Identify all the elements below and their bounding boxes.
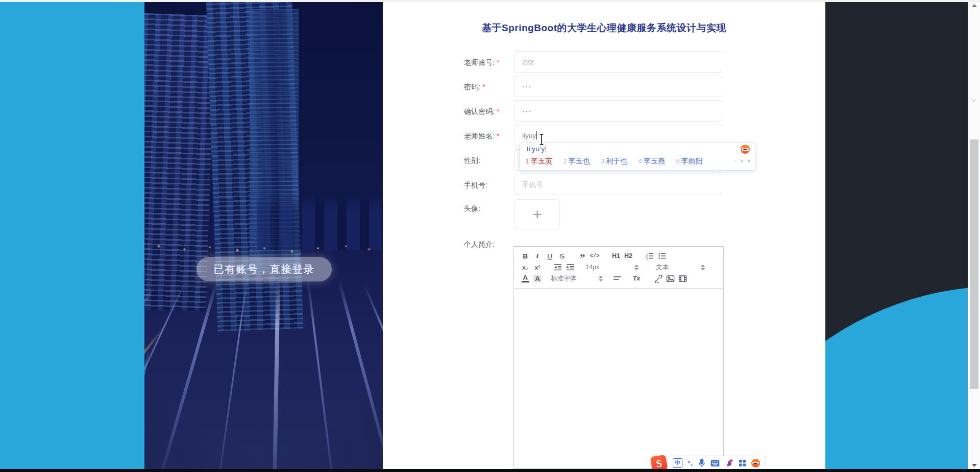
insert-video-icon[interactable] (676, 273, 689, 284)
bio-label: 个人简介: (464, 240, 495, 249)
browser-scrollbar (968, 0, 980, 472)
superscript-button[interactable]: x² (531, 262, 544, 272)
right-dark-panel (825, 0, 968, 472)
confirm-password-masked-value: ··· (522, 107, 532, 115)
avatar-upload-box[interactable]: + (514, 199, 560, 229)
phone-label: 手机号: (464, 181, 487, 190)
ime-candidate[interactable]: 3利于也 (601, 157, 627, 166)
toolbar-row-2: x₂ x² 14px 文本 (519, 262, 719, 273)
account-input[interactable] (514, 51, 722, 73)
ime-candidate[interactable]: 2李玉也 (564, 157, 590, 166)
plus-icon: + (533, 207, 542, 222)
account-label: 老师账号:* (464, 58, 499, 67)
password-input[interactable]: ··· (514, 76, 722, 97)
photo-vignette (144, 0, 383, 472)
bio-editor-content[interactable] (514, 289, 723, 466)
ime-caret (546, 145, 547, 152)
blockquote-icon[interactable]: ” (576, 249, 589, 263)
required-asterisk: * (482, 83, 485, 91)
toolbar-row-1: B I U S ” </> H1 H2 123 (519, 250, 719, 262)
align-icon[interactable] (611, 273, 623, 284)
clear-format-button[interactable]: Tx (630, 273, 643, 284)
punctuation-mode-icon[interactable]: °, (688, 459, 693, 467)
left-accent-bar (0, 0, 144, 472)
ime-prev-page-icon[interactable]: ‹ (734, 157, 736, 164)
header2-button[interactable]: H2 (622, 251, 634, 261)
city-night-photo: 已有账号，直接登录 (144, 0, 383, 472)
top-edge-strip (0, 0, 980, 2)
required-asterisk: * (497, 58, 499, 66)
ime-next-page-icon[interactable]: › (741, 157, 743, 164)
ime-candidate[interactable]: 1李玉英 (526, 157, 552, 166)
header1-button[interactable]: H1 (610, 251, 622, 261)
bottom-edge-strip (0, 469, 980, 472)
avatar-label: 头像: (464, 204, 480, 214)
goto-login-button[interactable]: 已有账号，直接登录 (197, 257, 332, 281)
ime-candidate[interactable]: 4李玉燕 (639, 157, 665, 166)
chevron-down-icon[interactable] (971, 96, 976, 101)
bold-button[interactable]: B (519, 251, 531, 261)
emoji-smiley-icon[interactable] (751, 459, 760, 467)
font-size-picker[interactable]: 14px (585, 264, 639, 271)
teacher-name-label: 老师姓名:* (464, 132, 499, 141)
font-size-value: 14px (585, 264, 599, 271)
background-color-button[interactable]: A (531, 273, 544, 284)
text-caret (536, 131, 537, 139)
sogou-smiley-icon[interactable] (741, 145, 750, 154)
text-style-value: 文本 (656, 263, 669, 272)
confirm-password-input[interactable]: ··· (514, 100, 722, 122)
microphone-icon[interactable] (698, 459, 705, 467)
outdent-icon[interactable] (552, 262, 564, 272)
phone-input[interactable] (514, 174, 722, 195)
toolbox-grid-icon[interactable] (739, 459, 746, 467)
scrollbar-down-arrow[interactable] (972, 464, 977, 467)
confirm-password-label: 确认密码:* (464, 107, 499, 116)
code-block-icon[interactable]: </> (589, 251, 601, 261)
ordered-list-icon[interactable]: 123 (644, 251, 656, 261)
editor-toolbar: B I U S ” </> H1 H2 123 x₂ (514, 247, 723, 289)
text-style-picker[interactable]: 文本 (656, 263, 705, 272)
ime-candidate[interactable]: 5李雨阳 (676, 157, 703, 166)
gender-label: 性别: (464, 156, 480, 166)
font-family-value: 标准字体 (551, 274, 576, 283)
teacher-name-value: liyuy (522, 132, 536, 139)
chevron-updown-icon (634, 265, 639, 270)
toolbar-row-3: A A 标准字体 Tx (519, 273, 719, 284)
subscript-button[interactable]: x₂ (519, 262, 531, 272)
chevron-updown-icon (701, 265, 705, 270)
required-asterisk: * (497, 132, 499, 140)
password-masked-value: ··· (522, 83, 532, 90)
chevron-updown-icon (599, 276, 603, 281)
font-family-picker[interactable]: 标准字体 (551, 274, 603, 283)
soft-keyboard-icon[interactable] (710, 460, 720, 467)
page-title: 基于SpringBoot的大学生心理健康服务系统设计与实现 (383, 21, 825, 35)
sogou-logo-letter: S (655, 457, 663, 469)
chinese-mode-icon[interactable]: 中 (673, 458, 682, 468)
password-label: 密码:* (464, 83, 485, 92)
goto-login-label: 已有账号，直接登录 (214, 263, 315, 276)
ime-candidate-popup: li'yu'y 1李玉英 2李玉也 3利于也 4李玉燕 5李雨阳 ‹ › ˅ (519, 142, 755, 171)
mouse-ibeam-cursor (538, 133, 545, 148)
scrollbar-thumb[interactable] (970, 139, 978, 389)
scrollbar-up-arrow[interactable] (972, 4, 977, 7)
cyan-corner-shape (825, 286, 968, 472)
required-asterisk: * (497, 107, 499, 115)
ime-candidates: 1李玉英 2李玉也 3利于也 4李玉燕 5李雨阳 (526, 157, 702, 166)
strikethrough-button[interactable]: S (556, 251, 568, 261)
link-icon[interactable] (652, 273, 664, 284)
svg-text:3: 3 (646, 257, 648, 260)
underline-button[interactable]: U (544, 251, 556, 261)
bio-rich-editor: B I U S ” </> H1 H2 123 x₂ (513, 246, 724, 469)
ime-paging: ‹ › ˅ (734, 157, 751, 164)
insert-image-icon[interactable] (664, 273, 676, 284)
indent-icon[interactable] (564, 262, 576, 272)
text-color-button[interactable]: A (519, 273, 531, 284)
ime-toolbar-body: 中 °, (668, 456, 765, 471)
register-form: 基于SpringBoot的大学生心理健康服务系统设计与实现 老师账号:* 密码:… (383, 0, 825, 472)
registration-page: 已有账号，直接登录 基于SpringBoot的大学生心理健康服务系统设计与实现 … (0, 0, 980, 472)
bullet-list-icon[interactable] (656, 251, 668, 261)
ime-expand-icon[interactable]: ˅ (748, 158, 751, 164)
skin-assistant-icon[interactable] (725, 459, 733, 467)
italic-button[interactable]: I (531, 251, 544, 261)
